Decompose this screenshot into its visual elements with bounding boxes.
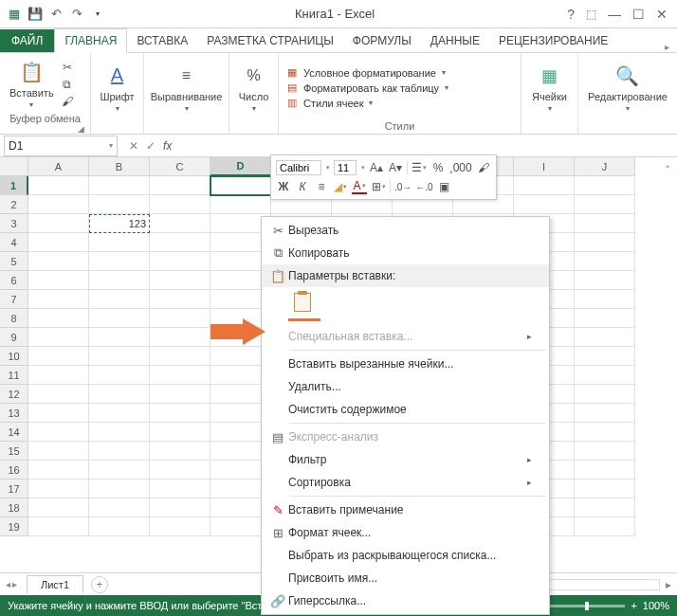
cell[interactable]	[28, 385, 89, 404]
cm-define-name[interactable]: Присвоить имя...	[262, 567, 549, 589]
cell[interactable]	[28, 423, 89, 442]
row-header[interactable]: 7	[0, 290, 28, 309]
ribbon-display-icon[interactable]: ⬚	[586, 8, 596, 21]
cell[interactable]	[28, 271, 89, 290]
cell[interactable]	[210, 195, 271, 214]
col-header-J[interactable]: J	[575, 157, 635, 176]
cm-pick-from-list[interactable]: Выбрать из раскрывающегося списка...	[262, 544, 549, 567]
cell[interactable]	[89, 385, 150, 404]
row-header[interactable]: 8	[0, 309, 28, 328]
number-button[interactable]: % Число ▾	[235, 61, 273, 115]
cell[interactable]	[28, 517, 89, 536]
cm-insert-cut-cells[interactable]: Вставить вырезанные ячейки...	[262, 353, 549, 375]
cell[interactable]	[150, 233, 210, 252]
cell[interactable]	[575, 214, 635, 233]
paste-button[interactable]: 📋 Вставить ▾	[6, 57, 58, 111]
save-icon[interactable]: 💾	[27, 6, 44, 23]
italic-icon[interactable]: К	[295, 179, 310, 194]
cm-sort[interactable]: Сортировка▸	[262, 471, 549, 494]
tab-file[interactable]: ФАЙЛ	[0, 29, 54, 52]
cells-button[interactable]: ▦ Ячейки ▾	[528, 61, 571, 115]
undo-icon[interactable]: ↶	[47, 6, 64, 23]
tab-home[interactable]: ГЛАВНАЯ	[54, 28, 127, 53]
conditional-formatting-button[interactable]: ▦Условное форматирование▾	[284, 66, 448, 79]
cell[interactable]	[28, 328, 89, 347]
row-header[interactable]: 5	[0, 252, 28, 271]
tab-data[interactable]: ДАННЫЕ	[421, 29, 489, 52]
help-icon[interactable]: ?	[567, 7, 575, 22]
cell[interactable]	[575, 309, 635, 328]
row-header[interactable]: 1	[0, 176, 28, 195]
row-header[interactable]: 4	[0, 233, 28, 252]
tab-review[interactable]: РЕЦЕНЗИРОВАНИЕ	[489, 29, 617, 52]
decrease-font-icon[interactable]: A▾	[388, 160, 403, 175]
increase-font-icon[interactable]: A▴	[369, 160, 384, 175]
cell[interactable]	[150, 517, 210, 536]
fx-icon[interactable]: fx	[163, 139, 172, 153]
close-icon[interactable]: ✕	[656, 7, 668, 22]
tab-formulas[interactable]: ФОРМУЛЫ	[343, 29, 421, 52]
redo-icon[interactable]: ↷	[68, 6, 85, 23]
cell[interactable]	[575, 252, 635, 271]
enter-icon[interactable]: ✓	[146, 139, 156, 153]
bold-icon[interactable]: Ж	[276, 179, 291, 194]
font-button[interactable]: A Шрифт ▾	[96, 61, 137, 115]
cell-styles-button[interactable]: ▥Стили ячеек▾	[284, 97, 448, 109]
row-header[interactable]: 11	[0, 366, 28, 385]
cell[interactable]	[89, 347, 150, 366]
cm-format-cells[interactable]: ⊞Формат ячеек...	[262, 521, 549, 544]
cut-icon[interactable]: ✂	[60, 60, 75, 75]
cell[interactable]	[150, 423, 210, 442]
cell[interactable]	[89, 480, 150, 498]
cell[interactable]	[150, 271, 210, 290]
cell[interactable]	[28, 252, 89, 271]
cell[interactable]	[575, 385, 635, 404]
cell[interactable]	[150, 252, 210, 271]
zoom-slider[interactable]	[549, 605, 625, 607]
cell[interactable]	[150, 347, 210, 366]
cell[interactable]	[150, 442, 210, 461]
cell[interactable]	[514, 195, 575, 214]
fill-color-icon[interactable]: ◢▾	[333, 179, 348, 194]
col-header-B[interactable]: B	[89, 157, 150, 176]
row-header[interactable]: 16	[0, 461, 28, 480]
row-header[interactable]: 6	[0, 271, 28, 290]
cell[interactable]	[28, 480, 89, 498]
cell[interactable]	[89, 366, 150, 385]
hscroll-right-icon[interactable]: ▸	[666, 578, 671, 591]
row-header[interactable]: 14	[0, 423, 28, 442]
cell[interactable]	[150, 385, 210, 404]
align-center-icon[interactable]: ≡	[314, 179, 329, 194]
tab-insert[interactable]: ВСТАВКА	[127, 29, 197, 52]
row-header[interactable]: 19	[0, 517, 28, 536]
cell[interactable]	[150, 366, 210, 385]
cell[interactable]	[150, 309, 210, 328]
cell[interactable]	[89, 328, 150, 347]
cm-hyperlink[interactable]: 🔗Гиперссылка...	[262, 589, 549, 612]
cell[interactable]	[575, 404, 635, 423]
cell[interactable]	[150, 498, 210, 517]
cell[interactable]	[150, 214, 210, 233]
cell[interactable]	[28, 309, 89, 328]
cell[interactable]	[575, 442, 635, 461]
cell[interactable]	[150, 195, 210, 214]
zoom-level[interactable]: 100%	[643, 600, 669, 611]
row-header[interactable]: 17	[0, 480, 28, 498]
cancel-icon[interactable]: ✕	[129, 139, 138, 153]
col-header-C[interactable]: C	[150, 157, 210, 176]
col-header-A[interactable]: A	[28, 157, 89, 176]
cell[interactable]	[28, 347, 89, 366]
row-header[interactable]: 9	[0, 328, 28, 347]
cm-cut[interactable]: ✂Вырезать	[262, 219, 549, 242]
merge-icon[interactable]: ▣	[437, 179, 452, 194]
qat-customize-icon[interactable]: ▾	[89, 6, 106, 23]
cell[interactable]	[575, 480, 635, 498]
cell[interactable]	[575, 271, 635, 290]
copy-icon[interactable]: ⧉	[60, 77, 75, 92]
format-painter-icon[interactable]: 🖌	[60, 94, 75, 109]
accounting-format-icon[interactable]: ☰▾	[412, 160, 427, 175]
cell[interactable]	[89, 309, 150, 328]
cell[interactable]	[575, 347, 635, 366]
row-header[interactable]: 18	[0, 498, 28, 517]
increase-decimal-icon[interactable]: .0→	[394, 179, 412, 194]
